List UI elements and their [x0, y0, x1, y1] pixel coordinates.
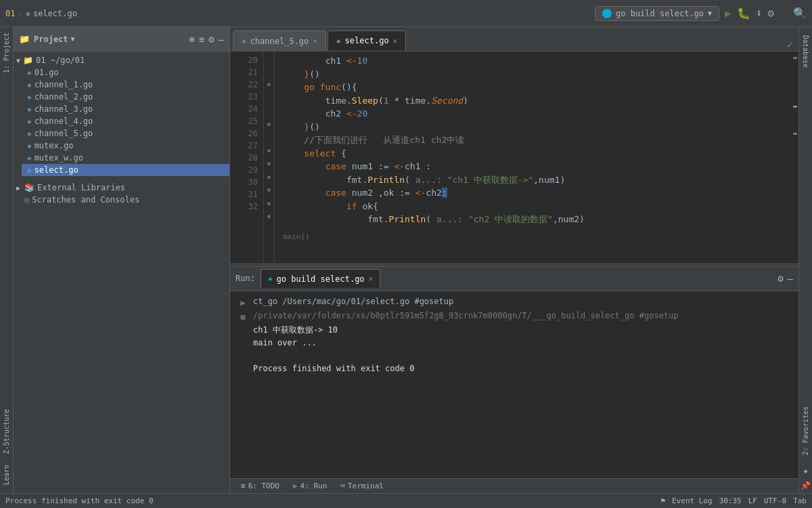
filename-channel4: channel_4.go — [35, 117, 93, 126]
tab-close-select[interactable]: ✕ — [393, 37, 398, 45]
tab-run[interactable]: ▶ 4: Run — [288, 479, 332, 494]
project-dropdown-icon[interactable]: ▼ — [71, 35, 75, 43]
file-icon-top: ◈ — [26, 9, 30, 18]
breadcrumb-filename: select.go — [33, 9, 77, 18]
tree-item-channel5[interactable]: ◈ channel_5.go — [22, 127, 229, 140]
run-tabs: Run: ◈ go build select.go ✕ ⚙ — — [230, 267, 798, 291]
event-log-label[interactable]: Event Log — [672, 496, 713, 505]
editor-right-gutter — [789, 51, 798, 263]
sidebar-item-favorites[interactable]: 2: Favorites — [802, 401, 809, 461]
filename-channel1: channel_1.go — [35, 80, 93, 89]
tab-icon-select: ◈ — [336, 37, 341, 45]
tab-select[interactable]: ◈ select.go ✕ — [328, 30, 406, 51]
status-left: Process finished with exit code 0 — [5, 496, 655, 505]
favorites-star-icon[interactable]: ★ — [803, 463, 808, 478]
run-close-icon[interactable]: — — [788, 273, 793, 284]
output-line-4: main over ... — [238, 337, 790, 350]
go-file-icon-01: ◈ — [27, 68, 32, 77]
run-tab-build[interactable]: ◈ go build select.go ✕ — [261, 269, 380, 288]
code-line-32: fmt.Println( a...: "ch2 中读取的数据",num2) — [283, 213, 781, 226]
output-text-1: ct_go /Users/mac/go/01/select.go #gosetu… — [253, 295, 453, 308]
gear-icon[interactable]: ⚙ — [208, 34, 214, 45]
tab-channel5[interactable]: ◈ channel_5.go ✕ — [233, 30, 326, 51]
tab-label-channel5: channel_5.go — [250, 37, 309, 46]
left-side-panel: 1: Project Z-Structure Learn — [0, 27, 14, 493]
project-header: 📁 Project ▼ ⊕ ≡ ⚙ — — [14, 27, 229, 51]
run-indicator-grey: ■ — [238, 311, 248, 324]
tree-item-01go[interactable]: ◈ 01.go — [22, 66, 229, 79]
scratches-icon: ◎ — [24, 195, 29, 205]
sidebar-item-project[interactable]: 1: Project — [3, 27, 10, 79]
output-line-3: ch1 中获取数据-> 10 — [238, 324, 790, 337]
code-line-31: if ok{ — [283, 200, 781, 213]
more-button[interactable]: ⚙ — [767, 7, 774, 20]
editor-tabs: ◈ channel_5.go ✕ ◈ select.go ✕ ✓ — [230, 27, 798, 51]
go-file-icon-mutex: ◈ — [27, 142, 32, 150]
filename-channel3: channel_3.go — [35, 104, 93, 114]
close-panel-icon[interactable]: — — [219, 34, 224, 45]
code-line-20: ch1 <-10 — [283, 54, 781, 68]
filename-01go: 01.go — [35, 68, 59, 77]
code-line-26: //下面我们进行 从通道ch1 ch2中读 — [283, 133, 781, 147]
output-line-6: Process finished with exit code 0 — [238, 362, 790, 375]
tree-item-channel2[interactable]: ◈ channel_2.go — [22, 91, 229, 103]
indent-type[interactable]: Tab — [793, 496, 807, 505]
sidebar-item-structure[interactable]: Z-Structure — [3, 404, 10, 459]
gutter-line-20 — [264, 51, 274, 65]
output-text-3: ch1 中获取数据-> 10 — [253, 324, 338, 337]
tree-item-channel1[interactable]: ◈ channel_1.go — [22, 79, 229, 91]
go-icon — [602, 9, 612, 18]
sidebar-item-database[interactable]: Database — [802, 30, 809, 73]
gutter-line-22: ● — [264, 78, 274, 91]
run-tab-close[interactable]: ✕ — [369, 274, 374, 283]
run-button[interactable]: ▶ — [725, 7, 731, 20]
tab-todo[interactable]: ≡ 6: TODO — [235, 479, 285, 494]
filename-mutex: mutex.go — [35, 141, 74, 150]
code-content[interactable]: ch1 <-10 }() go func(){ time.Sleep(1 * t… — [275, 51, 789, 263]
locate-file-icon[interactable]: ⊕ — [189, 34, 194, 45]
tree-item-select[interactable]: ◈ select.go — [22, 164, 229, 176]
coverage-button[interactable]: ⬇ — [756, 7, 763, 20]
debug-button[interactable]: 🐛 — [737, 7, 750, 20]
output-text-6: Process finished with exit code 0 — [253, 362, 414, 375]
bottom-panel-tabs: ≡ 6: TODO ▶ 4: Run ⌨ Terminal — [230, 478, 798, 493]
code-line-28: case num1 := <-ch1 : — [283, 160, 781, 173]
code-line-27: select { — [283, 147, 781, 161]
terminal-label: Terminal — [348, 482, 384, 490]
tab-close-channel5[interactable]: ✕ — [313, 37, 317, 45]
build-dropdown-arrow: ▼ — [708, 9, 712, 17]
tab-terminal[interactable]: ⌨ Terminal — [335, 479, 389, 494]
go-file-icon-mutexw: ◈ — [27, 154, 32, 163]
gutter-line-29: ● — [264, 171, 274, 184]
run-settings-icon[interactable]: ⚙ — [777, 273, 783, 284]
code-line-29: fmt.Println( a...: "ch1 中获取数据->",num1) — [283, 173, 781, 187]
sidebar-item-learn[interactable]: Learn — [3, 459, 10, 490]
code-line-22: go func(){ — [283, 81, 781, 94]
code-line-23: time.Sleep(1 * time.Second) — [283, 94, 781, 108]
search-button[interactable]: 🔍 — [793, 7, 807, 20]
run-tab-go-icon: ◈ — [268, 274, 273, 283]
pin-icon[interactable]: 📌 — [800, 478, 811, 493]
run-play-icon: ▶ — [293, 482, 298, 490]
encoding[interactable]: UTF-8 — [764, 496, 786, 505]
tree-item-mutex[interactable]: ◈ mutex.go — [22, 140, 229, 152]
collapse-all-icon[interactable]: ≡ — [199, 34, 204, 45]
project-tools: ⊕ ≡ ⚙ — — [189, 34, 224, 45]
tree-item-channel3[interactable]: ◈ channel_3.go — [22, 103, 229, 115]
tree-scratches[interactable]: ◎ Scratches and Consoles — [14, 194, 229, 206]
run-num-label: 4: Run — [300, 482, 328, 490]
cursor-position[interactable]: 30:35 — [719, 496, 742, 505]
gutter-line-26 — [264, 131, 274, 144]
tree-external-libraries[interactable]: ▶ 📚 External Libraries — [14, 182, 229, 194]
line-ending[interactable]: LF — [748, 496, 757, 505]
tree-item-channel4[interactable]: ◈ channel_4.go — [22, 115, 229, 127]
code-editor[interactable]: 20 21 22 23 24 25 26 27 28 29 30 31 32 — [230, 51, 798, 263]
tab-label-select: select.go — [345, 36, 389, 45]
build-config-button[interactable]: go build select.go ▼ — [595, 6, 719, 21]
filename-mutexw: mutex_w.go — [35, 153, 83, 163]
gutter-line-21 — [264, 65, 274, 79]
tree-item-mutexw[interactable]: ◈ mutex_w.go — [22, 152, 229, 164]
gutter-line-30: ● — [264, 184, 274, 197]
tree-root[interactable]: ▼ 📁 01 ~/go/01 — [14, 54, 229, 66]
project-panel: 📁 Project ▼ ⊕ ≡ ⚙ — ▼ 📁 01 ~/go/01 ◈ 01.… — [14, 27, 230, 493]
